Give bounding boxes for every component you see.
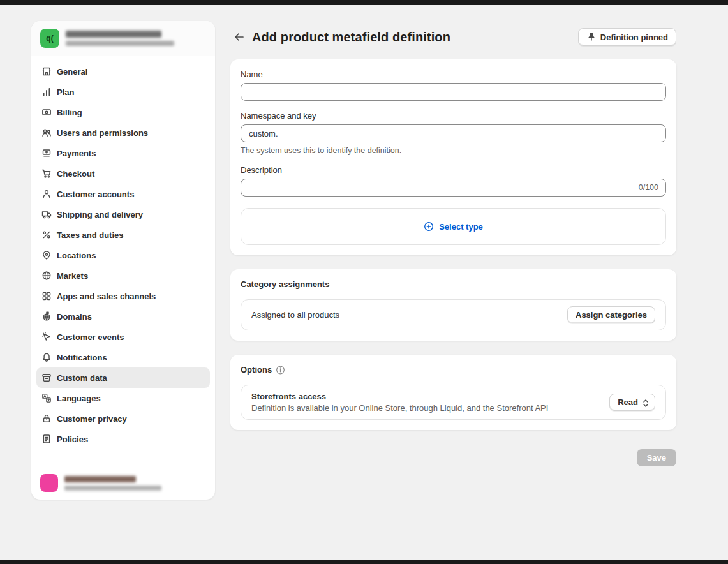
sidebar-item-payments[interactable]: Payments [36, 143, 210, 163]
cash-icon [41, 148, 52, 158]
storefronts-access-title: Storefronts access [251, 392, 602, 401]
sidebar-item-label: Checkout [57, 169, 94, 179]
definition-form-card: Name Namespace and key The system uses t… [230, 59, 676, 255]
translate-icon [41, 393, 52, 403]
domain-globe-icon [41, 311, 52, 322]
updown-chevron-icon [642, 398, 650, 407]
category-assignments-card: Category assignments Assigned to all pro… [230, 269, 676, 341]
map-pin-icon [41, 250, 52, 260]
user-avatar [40, 474, 58, 492]
browser-chrome-bottom [0, 560, 728, 564]
assign-categories-button[interactable]: Assign categories [567, 306, 655, 323]
description-input[interactable] [241, 179, 666, 197]
description-field-group: Description 0/100 [241, 165, 666, 197]
sidebar-item-label: Plan [57, 87, 74, 97]
name-field-group: Name [241, 70, 666, 101]
store-header[interactable]: q( [31, 21, 215, 56]
grid-icon [41, 291, 52, 301]
sidebar-item-billing[interactable]: Billing [36, 102, 210, 122]
back-button[interactable] [230, 28, 248, 46]
browser-chrome-top [0, 0, 728, 5]
sidebar-item-general[interactable]: General [36, 61, 210, 82]
sidebar-item-notifications[interactable]: Notifications [36, 347, 210, 367]
person-icon [41, 189, 52, 199]
sidebar-item-label: Apps and sales channels [57, 292, 156, 301]
description-label: Description [241, 165, 666, 175]
globe-icon [41, 271, 52, 281]
sidebar-item-label: General [57, 67, 87, 77]
cursor-icon [41, 332, 52, 342]
assigned-to-text: Assigned to all products [251, 310, 560, 320]
sidebar-item-apps-and-sales-channels[interactable]: Apps and sales channels [36, 286, 210, 306]
bell-icon [41, 352, 52, 362]
user-footer[interactable] [31, 466, 215, 500]
pin-icon [586, 32, 597, 42]
storefronts-access-row: Storefronts access Definition is availab… [241, 385, 666, 420]
main-content: Add product metafield definition Definit… [230, 26, 676, 466]
database-icon [41, 373, 52, 383]
sidebar-item-label: Locations [57, 251, 96, 260]
category-assignments-heading: Category assignments [241, 279, 329, 289]
sidebar-item-custom-data[interactable]: Custom data [36, 367, 210, 388]
back-arrow-icon [233, 31, 246, 43]
namespace-help-text: The system uses this to identify the def… [241, 146, 666, 155]
page-header: Add product metafield definition Definit… [230, 26, 676, 48]
name-label: Name [241, 70, 666, 79]
sidebar-item-label: Taxes and duties [57, 230, 124, 240]
sidebar-item-locations[interactable]: Locations [36, 245, 210, 265]
sidebar-item-label: Billing [57, 108, 82, 117]
user-email-redacted [64, 486, 161, 491]
options-card: Options Storefronts access Definition is… [230, 355, 676, 430]
store-name-redacted [66, 31, 161, 38]
sidebar-item-label: Notifications [57, 353, 107, 362]
sidebar-item-label: Languages [57, 394, 101, 403]
namespace-input[interactable] [241, 124, 666, 142]
sidebar-item-taxes-and-duties[interactable]: Taxes and duties [36, 225, 210, 245]
sidebar-item-domains[interactable]: Domains [36, 306, 210, 327]
storefront-access-select[interactable]: Read [609, 394, 655, 411]
sidebar-item-label: Markets [57, 271, 88, 281]
name-input[interactable] [241, 83, 666, 101]
sidebar-item-label: Custom data [57, 373, 107, 383]
sidebar-item-label: Shipping and delivery [57, 210, 143, 219]
store-url-redacted [66, 41, 174, 46]
sidebar-item-label: Domains [57, 312, 92, 322]
store-icon [41, 66, 52, 77]
sidebar-item-customer-privacy[interactable]: Customer privacy [36, 408, 210, 429]
options-heading: Options [241, 365, 272, 375]
select-type-label: Select type [439, 222, 483, 232]
sidebar-item-markets[interactable]: Markets [36, 265, 210, 286]
user-name-redacted [64, 476, 136, 482]
category-assignments-row: Assigned to all products Assign categori… [241, 299, 666, 330]
sidebar-item-label: Users and permissions [57, 128, 148, 138]
sidebar-item-policies[interactable]: Policies [36, 429, 210, 449]
sidebar-item-shipping-and-delivery[interactable]: Shipping and delivery [36, 204, 210, 225]
percent-icon [41, 230, 52, 240]
sidebar-item-checkout[interactable]: Checkout [36, 163, 210, 184]
sidebar-item-users-and-permissions[interactable]: Users and permissions [36, 122, 210, 143]
select-type-button[interactable]: Select type [241, 208, 666, 245]
chart-bars-icon [41, 87, 52, 97]
info-icon[interactable] [276, 365, 285, 375]
namespace-field-group: Namespace and key The system uses this t… [241, 111, 666, 155]
sidebar-item-label: Customer events [57, 332, 124, 342]
definition-pinned-label: Definition pinned [600, 33, 668, 42]
namespace-label: Namespace and key [241, 111, 666, 121]
truck-icon [41, 209, 52, 219]
save-row: Save [230, 449, 676, 466]
storefront-access-value: Read [618, 397, 638, 407]
sidebar-item-plan[interactable]: Plan [36, 82, 210, 102]
cart-icon [41, 168, 52, 179]
lock-icon [41, 413, 52, 424]
save-button[interactable]: Save [637, 449, 676, 466]
definition-pinned-button[interactable]: Definition pinned [578, 28, 676, 46]
sidebar-item-customer-events[interactable]: Customer events [36, 327, 210, 347]
storefronts-access-description: Definition is available in your Online S… [251, 403, 602, 413]
document-icon [41, 434, 52, 444]
user-identity-redacted [64, 476, 161, 491]
users-icon [41, 128, 52, 138]
page-title: Add product metafield definition [252, 30, 450, 45]
sidebar-item-languages[interactable]: Languages [36, 388, 210, 408]
sidebar-item-customer-accounts[interactable]: Customer accounts [36, 184, 210, 204]
settings-sidebar: q( General Plan Billing Users and permis… [31, 21, 215, 500]
